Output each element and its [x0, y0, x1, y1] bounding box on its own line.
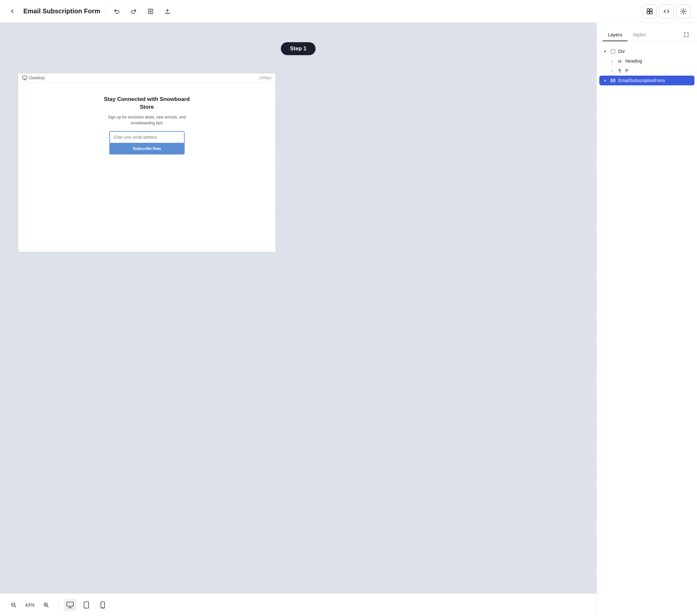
- svg-rect-16: [611, 79, 615, 82]
- email-input[interactable]: [110, 131, 184, 143]
- form-heading: Stay Connected with Snowboard Store: [104, 96, 190, 111]
- svg-text:¶: ¶: [619, 69, 621, 73]
- layer-p-icon: ¶: [618, 68, 623, 73]
- email-form-wrapper[interactable]: Subscribe Now: [109, 131, 184, 155]
- topbar: Email Subscription Form: [0, 0, 697, 23]
- layer-div-icon: [610, 49, 616, 54]
- desktop-label: Desktop: [22, 75, 45, 80]
- topbar-divider: [105, 6, 106, 16]
- layer-item-p[interactable]: › ¶ P: [599, 66, 694, 76]
- layer-email-form-label: EmailSubscriptionForm: [618, 78, 665, 83]
- main-layout: Step 1 Desktop 1366px Stay Connected wit…: [0, 23, 697, 616]
- svg-rect-9: [67, 602, 73, 606]
- zoom-out-button[interactable]: [8, 599, 19, 611]
- svg-rect-1: [647, 9, 649, 11]
- grid-view-button[interactable]: [642, 4, 657, 18]
- subscribe-button[interactable]: Subscribe Now: [110, 143, 184, 154]
- panel-tabs: Layers Styles: [597, 23, 697, 41]
- monitor-icon: [22, 76, 27, 80]
- desktop-device-button[interactable]: [64, 599, 76, 611]
- tab-styles[interactable]: Styles: [627, 29, 651, 41]
- desktop-content: Stay Connected with Snowboard Store Sign…: [18, 83, 276, 252]
- zoom-in-button[interactable]: [40, 599, 52, 611]
- upload-button[interactable]: [162, 5, 173, 17]
- layer-item-div[interactable]: ▾ Div: [599, 46, 694, 56]
- topbar-left: Email Subscription Form: [6, 5, 637, 17]
- desktop-text: Desktop: [29, 75, 45, 80]
- redo-button[interactable]: [128, 5, 139, 17]
- canvas-area[interactable]: Step 1 Desktop 1366px Stay Connected wit…: [0, 23, 596, 616]
- layer-toggle-email-form[interactable]: ▾: [603, 78, 608, 83]
- right-panel: Layers Styles ▾ Div › H Heading › ¶: [596, 23, 697, 616]
- desktop-px: 1366px: [259, 76, 271, 80]
- topbar-right: [642, 4, 691, 18]
- desktop-frame-header: Desktop 1366px: [18, 73, 276, 83]
- page-title: Email Subscription Form: [24, 8, 100, 15]
- bottom-bar: 43%: [0, 593, 596, 616]
- svg-rect-2: [650, 9, 652, 11]
- layer-item-heading[interactable]: › H Heading: [599, 56, 694, 66]
- back-button[interactable]: [6, 5, 18, 17]
- layer-heading-icon: H: [618, 58, 623, 63]
- step-badge: Step 1: [281, 42, 315, 55]
- zoom-divider: [58, 601, 58, 609]
- layer-div-label: Div: [618, 49, 625, 54]
- layer-toggle-p[interactable]: ›: [610, 68, 615, 73]
- layers-list: ▾ Div › H Heading › ¶ P ▾ EmailSubscript…: [597, 41, 697, 616]
- layer-p-label: P: [625, 68, 628, 73]
- desktop-frame: Desktop 1366px Stay Connected with Snowb…: [18, 73, 276, 252]
- svg-point-5: [682, 10, 684, 12]
- undo-button[interactable]: [111, 5, 123, 17]
- layer-heading-label: Heading: [625, 58, 642, 63]
- svg-rect-4: [650, 12, 652, 14]
- svg-text:H: H: [618, 59, 621, 63]
- svg-point-11: [86, 607, 87, 607]
- mobile-device-button[interactable]: [97, 599, 109, 611]
- svg-rect-3: [647, 12, 649, 14]
- tablet-device-button[interactable]: [80, 599, 92, 611]
- zoom-level: 43%: [24, 602, 36, 607]
- form-subtext: Sign up for exclusive deals, new arrival…: [108, 114, 186, 126]
- layer-item-email-form[interactable]: ▾ EmailSubscriptionForm: [599, 76, 694, 85]
- tab-layers[interactable]: Layers: [603, 29, 627, 41]
- layer-toggle-heading[interactable]: ›: [610, 58, 615, 63]
- settings-button[interactable]: [676, 4, 691, 18]
- layer-email-icon: [610, 78, 616, 83]
- svg-rect-13: [611, 49, 615, 53]
- panel-expand-button[interactable]: [681, 30, 691, 40]
- svg-rect-6: [23, 76, 27, 79]
- code-view-button[interactable]: [659, 4, 673, 18]
- close-x-button[interactable]: [145, 5, 157, 17]
- layer-toggle-div[interactable]: ▾: [603, 49, 608, 54]
